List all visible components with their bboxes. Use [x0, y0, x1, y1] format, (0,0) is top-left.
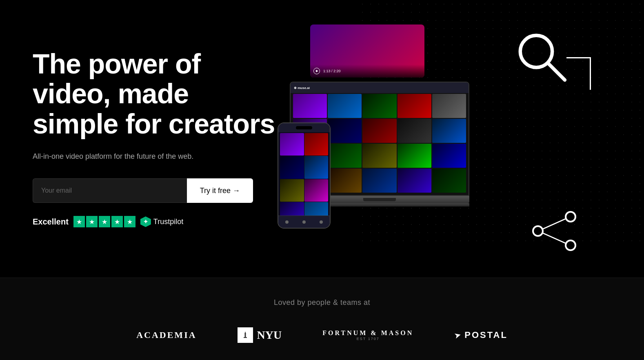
phone-body — [278, 122, 331, 229]
phone-thumb-4 — [304, 156, 329, 178]
email-form: Try it free → — [33, 178, 253, 203]
phone-notch — [296, 126, 312, 129]
nyu-logo-text: NYU — [257, 329, 282, 342]
trustpilot-icon: ✦ — [140, 216, 151, 227]
trustpilot-excellent-label: Excellent — [33, 217, 69, 227]
big-search-icon — [513, 29, 571, 87]
star-2: ★ — [86, 216, 98, 227]
svg-point-4 — [566, 240, 575, 250]
star-3: ★ — [99, 216, 110, 227]
svg-line-5 — [543, 219, 566, 229]
video-thumb-20 — [432, 169, 466, 193]
postal-logo-text: POSTAL — [464, 330, 508, 340]
svg-line-6 — [543, 233, 566, 243]
video-thumb-4 — [398, 94, 431, 118]
video-thumb-3 — [362, 94, 396, 118]
phone-mockup — [278, 122, 331, 229]
video-thumb-1 — [293, 94, 327, 118]
phone-thumb-1 — [280, 133, 304, 156]
try-free-button[interactable]: Try it free → — [187, 178, 253, 203]
phone-profile-icon — [320, 220, 323, 224]
svg-rect-8 — [244, 337, 247, 338]
hero-left: The power of video, made simple for crea… — [33, 33, 278, 227]
laptop-top-bar: ⊕ muse.ai — [291, 82, 469, 93]
brand-academia: ACADEMIA — [136, 330, 196, 340]
corner-bracket — [566, 57, 591, 90]
brands-loved-text: Loved by people & teams at — [33, 298, 611, 307]
video-thumb-13 — [362, 144, 396, 168]
laptop-notch — [363, 198, 396, 201]
fortnum-sub: EST 1707 — [322, 337, 413, 341]
phone-thumb-5 — [280, 179, 304, 202]
brand-postal: ➤ POSTAL — [454, 330, 508, 340]
phone-bottom-bar — [278, 216, 330, 228]
phone-thumb-3 — [280, 156, 304, 178]
video-thumb-19 — [398, 169, 431, 193]
play-button-small[interactable] — [313, 68, 320, 74]
video-thumb-5 — [432, 94, 466, 118]
brand-nyu: NYU — [238, 327, 282, 343]
star-5: ★ — [124, 216, 135, 227]
video-thumb-8 — [362, 119, 396, 143]
video-thumb-14 — [398, 144, 431, 168]
hero-headline: The power of video, made simple for crea… — [33, 49, 278, 139]
phone-thumb-2 — [304, 133, 329, 156]
brands-logos: ACADEMIA NYU FORTNUM & MASON EST 1707 — [33, 327, 611, 343]
star-4: ★ — [111, 216, 123, 227]
postal-icon: ➤ — [453, 329, 462, 341]
svg-rect-7 — [244, 333, 246, 338]
fortnum-logo-wrapper: FORTNUM & MASON EST 1707 — [322, 329, 413, 341]
phone-thumb-6 — [304, 179, 329, 202]
video-thumb-9 — [398, 119, 431, 143]
hero-subheadline: All-in-one video platform for the future… — [33, 151, 278, 162]
svg-point-3 — [566, 212, 575, 222]
trustpilot-row: Excellent ★ ★ ★ ★ ★ ✦ Trustpilot — [33, 216, 278, 227]
star-1: ★ — [73, 216, 85, 227]
page-wrapper: The power of video, made simple for crea… — [0, 0, 644, 360]
nyu-torch-icon — [238, 327, 253, 343]
phone-top-bar — [278, 123, 330, 132]
brand-fortnum: FORTNUM & MASON EST 1707 — [322, 329, 413, 341]
phone-home-icon — [285, 220, 289, 224]
stars-container: ★ ★ ★ ★ ★ — [73, 216, 135, 227]
svg-point-2 — [533, 226, 543, 236]
video-thumb-15 — [432, 144, 466, 168]
video-thumb-12 — [328, 144, 362, 168]
share-icon-large — [530, 211, 579, 253]
fortnum-name: FORTNUM & MASON — [322, 329, 413, 337]
phone-search-icon — [302, 220, 306, 224]
top-video-preview: 1:13 / 2:20 — [310, 24, 424, 78]
video-overlay: 1:13 / 2:20 — [310, 64, 424, 78]
video-thumb-2 — [328, 94, 362, 118]
video-thumb-10 — [432, 119, 466, 143]
video-thumb-18 — [362, 169, 396, 193]
svg-line-1 — [548, 63, 565, 80]
laptop-app-logo: ⊕ muse.ai — [294, 86, 310, 90]
phone-screen — [278, 123, 330, 228]
academia-logo-text: ACADEMIA — [136, 330, 196, 340]
video-thumb-17 — [328, 169, 362, 193]
brands-section: Loved by people & teams at ACADEMIA NYU — [0, 278, 644, 360]
video-thumb-7 — [328, 119, 362, 143]
trustpilot-brand: Trustpilot — [153, 218, 183, 226]
trustpilot-logo: ✦ Trustpilot — [140, 216, 183, 227]
video-timestamp: 1:13 / 2:20 — [323, 69, 341, 73]
email-input[interactable] — [33, 178, 187, 203]
